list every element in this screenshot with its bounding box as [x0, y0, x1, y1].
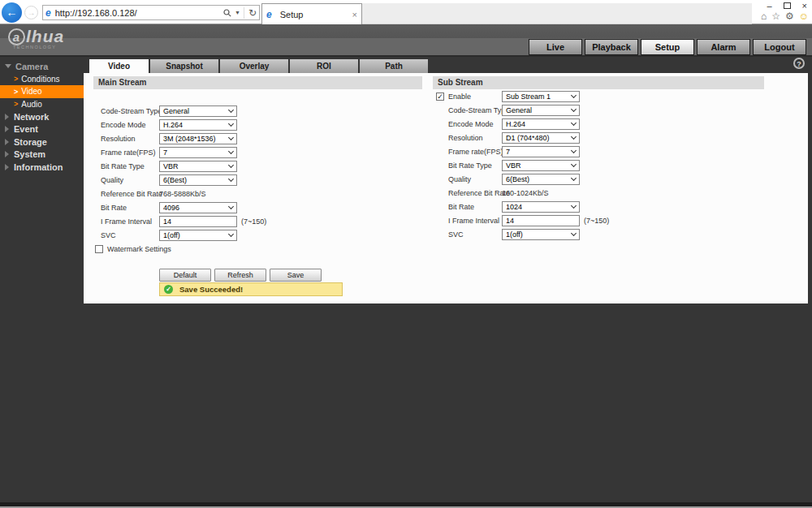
tab-favicon-icon: e: [266, 9, 272, 20]
form-row: ✓ Enable Sub Stream 1: [433, 91, 764, 102]
browser-forward-button[interactable]: →: [24, 6, 38, 19]
sidebar-item-system[interactable]: System: [0, 149, 84, 161]
main-bit-rate-type-select[interactable]: VBR: [159, 161, 237, 172]
select-value: General: [163, 107, 189, 115]
default-button[interactable]: Default: [159, 269, 211, 282]
sidebar-item-label: Information: [14, 162, 63, 172]
top-navigation: Live Playback Setup Alarm Logout: [529, 39, 806, 55]
tab-roi[interactable]: ROI: [290, 59, 358, 73]
nav-logout-button[interactable]: Logout: [753, 39, 806, 55]
main-code-stream-type-select[interactable]: General: [159, 105, 237, 117]
select-value: D1 (704*480): [506, 134, 550, 142]
sidebar-item-event[interactable]: Event: [0, 123, 84, 136]
form-row: Quality 6(Best): [433, 174, 764, 185]
field-label: Reference Bit Rate: [101, 190, 159, 198]
tab-overlay[interactable]: Overlay: [220, 59, 288, 73]
sidebar-item-conditions[interactable]: > Conditions: [0, 73, 84, 86]
search-icon[interactable]: [223, 9, 231, 17]
refresh-button[interactable]: Refresh: [214, 269, 266, 282]
sub-frame-rate-select[interactable]: 7: [502, 146, 580, 157]
sidebar-item-audio[interactable]: > Audio: [0, 98, 84, 111]
select-value: VBR: [163, 162, 179, 170]
field-label: Quality: [448, 175, 502, 183]
refresh-icon[interactable]: ↻: [244, 7, 257, 19]
main-svc-select[interactable]: 1(off): [159, 230, 237, 241]
tab-close-icon[interactable]: ×: [352, 10, 357, 19]
form-row: SVC 1(off): [433, 229, 764, 240]
form-row: Code-Stream Type General: [433, 105, 764, 116]
tab-video[interactable]: Video: [89, 59, 149, 73]
triangle-expanded-icon: [5, 64, 11, 68]
search-dropdown-icon[interactable]: ▼: [235, 10, 240, 15]
watermark-settings-checkbox[interactable]: [95, 245, 103, 253]
main-quality-select[interactable]: 6(Best): [159, 174, 237, 186]
browser-chrome: ← → e http://192.168.0.128/ ▼ ↻ e Setup …: [0, 0, 812, 24]
main-bit-rate-select[interactable]: 4096: [159, 202, 237, 213]
main-reference-bit-rate-value: 768-5888Kb/S: [159, 190, 206, 198]
field-label: I Frame Interval: [101, 217, 159, 226]
address-bar[interactable]: e http://192.168.0.128/ ▼ ↻: [42, 5, 260, 20]
chevron-down-icon: [228, 162, 234, 168]
triangle-collapsed-icon: [5, 151, 9, 157]
select-value: General: [506, 106, 532, 114]
sub-code-stream-type-select[interactable]: General: [502, 105, 580, 116]
sub-bit-rate-select[interactable]: 1024: [502, 201, 580, 213]
sidebar-item-camera[interactable]: Camera: [0, 60, 84, 73]
select-value: 6(Best): [163, 176, 187, 184]
form-row: Reference Bit Rate 160-1024Kb/S: [433, 187, 764, 199]
sidebar-item-information[interactable]: Information: [0, 161, 84, 174]
sub-resolution-select[interactable]: D1 (704*480): [502, 132, 580, 144]
chevron-down-icon: [571, 175, 577, 181]
main-i-frame-interval-input[interactable]: [159, 216, 237, 227]
main-encode-mode-select[interactable]: H.264: [159, 119, 237, 131]
favorites-star-icon[interactable]: ☆: [771, 11, 780, 22]
save-button[interactable]: Save: [270, 269, 322, 282]
sidebar-item-storage[interactable]: Storage: [0, 136, 84, 149]
sub-i-frame-interval-input[interactable]: [502, 215, 580, 226]
sub-svc-select[interactable]: 1(off): [502, 229, 580, 240]
tab-path[interactable]: Path: [360, 59, 428, 73]
sub-quality-select[interactable]: 6(Best): [502, 174, 580, 185]
select-value: 1(off): [506, 230, 523, 239]
field-hint: (7~150): [241, 217, 266, 226]
browser-back-button[interactable]: ←: [2, 2, 22, 23]
save-success-message: ✓ Save Succeeded!: [159, 282, 343, 296]
logo-text: lhua: [26, 27, 64, 46]
sidebar-item-label: Event: [14, 124, 38, 134]
chevron-down-icon: [228, 204, 234, 209]
home-icon[interactable]: ⌂: [761, 11, 767, 22]
field-label: Bit Rate Type: [448, 161, 502, 170]
nav-setup-button[interactable]: Setup: [641, 39, 694, 55]
field-label: I Frame Interval: [448, 217, 502, 225]
feedback-smiley-icon[interactable]: ☺: [799, 11, 809, 22]
sub-enable-checkbox[interactable]: ✓: [436, 93, 444, 101]
setup-tabs: Video Snapshot Overlay ROI Path: [89, 59, 428, 73]
select-value: H.264: [163, 121, 183, 129]
url-text[interactable]: http://192.168.0.128/: [55, 8, 223, 18]
nav-alarm-button[interactable]: Alarm: [697, 39, 750, 55]
sub-stream-number-select[interactable]: Sub Stream 1: [502, 91, 580, 102]
sub-encode-mode-select[interactable]: H.264: [502, 118, 580, 130]
select-value: H.264: [506, 120, 525, 128]
sidebar-item-video[interactable]: > Video: [0, 85, 84, 98]
sub-bit-rate-type-select[interactable]: VBR: [502, 160, 580, 171]
tab-snapshot[interactable]: Snapshot: [150, 59, 218, 73]
window-restore-button[interactable]: [784, 2, 791, 9]
browser-tab[interactable]: e Setup ×: [261, 3, 362, 24]
window-minimize-button[interactable]: –: [767, 1, 771, 11]
main-frame-rate-select[interactable]: 7: [159, 147, 237, 158]
nav-live-button[interactable]: Live: [529, 39, 582, 55]
field-label: Bit Rate Type: [101, 162, 159, 170]
window-close-button[interactable]: ×: [802, 1, 807, 11]
sub-stream-title: Sub Stream: [433, 76, 764, 89]
sidebar-item-network[interactable]: Network: [0, 110, 84, 123]
main-resolution-select[interactable]: 3M (2048*1536): [159, 133, 237, 144]
sidebar-item-label: Storage: [14, 137, 47, 147]
settings-gear-icon[interactable]: ⚙: [785, 11, 794, 22]
nav-playback-button[interactable]: Playback: [585, 39, 638, 55]
content-area: Video Snapshot Overlay ROI Path Main Str…: [84, 57, 808, 304]
checkmark-icon: ✓: [437, 93, 443, 101]
ie-icon: e: [45, 7, 51, 19]
browser-tab-title: Setup: [280, 10, 352, 19]
form-row: I Frame Interval (7~150): [93, 216, 422, 227]
